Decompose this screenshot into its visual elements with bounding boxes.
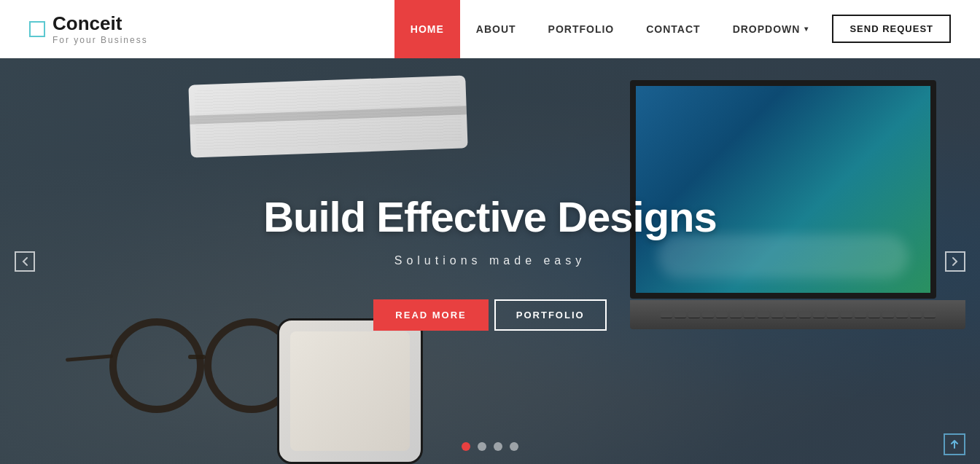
slide-dot-3[interactable] bbox=[494, 442, 502, 451]
nav-home[interactable]: HOME bbox=[394, 0, 460, 58]
dropdown-arrow-icon: ▾ bbox=[804, 25, 809, 33]
slide-dot-1[interactable] bbox=[462, 442, 470, 451]
nav-dropdown[interactable]: DROPDOWN ▾ bbox=[717, 0, 825, 58]
hero-subtitle: Solutions made easy bbox=[394, 254, 586, 267]
read-more-button[interactable]: READ MORE bbox=[373, 299, 488, 331]
nav-about[interactable]: ABOUT bbox=[460, 0, 532, 58]
nav-contact[interactable]: CONTACT bbox=[630, 0, 716, 58]
logo-subtitle: For your Business bbox=[52, 35, 148, 45]
slide-dot-4[interactable] bbox=[510, 442, 518, 451]
send-request-button[interactable]: SEND REQUEST bbox=[832, 15, 951, 43]
logo-title: Conceit bbox=[52, 12, 148, 35]
slide-next-button[interactable] bbox=[945, 251, 965, 272]
logo[interactable]: Conceit For your Business bbox=[29, 12, 148, 45]
logo-icon bbox=[29, 21, 45, 37]
slide-prev-button[interactable] bbox=[15, 251, 35, 272]
portfolio-button[interactable]: PORTFOLIO bbox=[494, 299, 607, 331]
hero-content: Build Effective Designs Solutions made e… bbox=[0, 58, 980, 464]
slide-dots bbox=[462, 442, 518, 451]
hero-section: Build Effective Designs Solutions made e… bbox=[0, 58, 980, 464]
scroll-to-top-button[interactable] bbox=[944, 433, 965, 455]
slide-dot-2[interactable] bbox=[478, 442, 486, 451]
nav-portfolio[interactable]: PORTFOLIO bbox=[532, 0, 631, 58]
header: Conceit For your Business HOME ABOUT POR… bbox=[0, 0, 980, 58]
hero-buttons: READ MORE PORTFOLIO bbox=[373, 299, 606, 331]
hero-title: Build Effective Designs bbox=[263, 192, 717, 241]
main-nav: HOME ABOUT PORTFOLIO CONTACT DROPDOWN ▾ … bbox=[394, 0, 951, 58]
